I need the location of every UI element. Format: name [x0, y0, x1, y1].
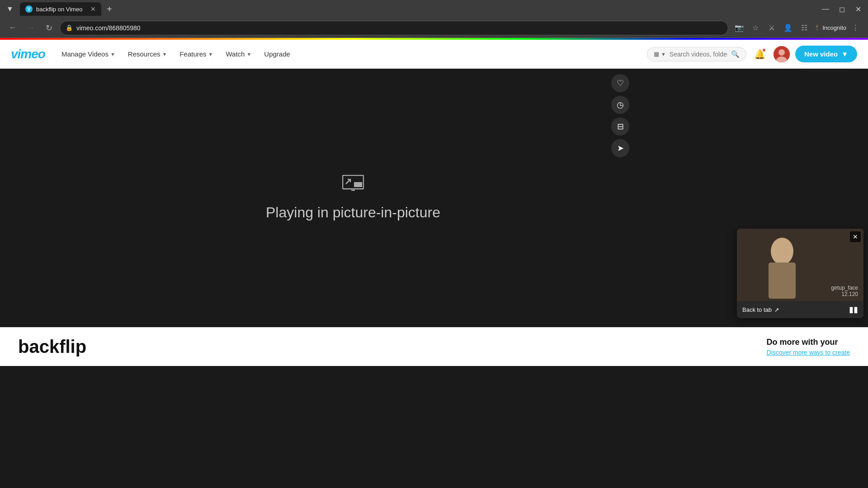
nav-watch[interactable]: Watch ▼: [220, 47, 257, 61]
svg-point-7: [771, 238, 793, 265]
search-type-icon: ▦: [654, 51, 659, 57]
nav-features[interactable]: Features ▼: [174, 47, 218, 61]
external-link-icon: ➚: [774, 306, 779, 313]
profile-btn[interactable]: 👤: [781, 21, 795, 35]
like-btn[interactable]: ♡: [611, 74, 629, 92]
incognito-icon: 🕴: [813, 24, 821, 31]
left-panel: [0, 69, 99, 327]
active-tab[interactable]: V backflip on Vimeo ✕: [20, 2, 101, 16]
screenshare-icon[interactable]: 📷: [732, 21, 746, 35]
collections-btn[interactable]: ⊟: [611, 117, 629, 136]
vimeo-header: vimeo Manage Videos ▼ Resources ▼ Featur…: [0, 40, 868, 69]
bottom-bar: backflip Do more with your Discover more…: [0, 327, 868, 366]
features-chevron: ▼: [208, 52, 213, 57]
extensions-btn[interactable]: ⚔: [764, 21, 779, 35]
incognito-label[interactable]: 🕴 Incognito: [813, 24, 846, 31]
pip-close-icon: ✕: [853, 233, 858, 240]
bookmark-btn[interactable]: ☆: [748, 21, 763, 35]
tab-favicon: V: [25, 5, 33, 13]
avatar[interactable]: [774, 46, 790, 62]
pip-overlay-close-btn[interactable]: ✕: [850, 231, 861, 242]
address-bar-row: ← → ↻ 🔒 vimeo.com/868805980 📷 ☆ ⚔ 👤 ☷ 🕴 …: [0, 18, 868, 38]
notification-dot: [762, 48, 766, 52]
send-icon: ➤: [617, 143, 624, 153]
vimeo-logo[interactable]: vimeo: [11, 47, 45, 61]
heart-icon: ♡: [617, 78, 624, 88]
resources-chevron: ▼: [162, 52, 167, 57]
share-btn[interactable]: ➤: [611, 139, 629, 157]
tab-bar: V backflip on Vimeo ✕ +: [20, 0, 816, 18]
reload-btn[interactable]: ↻: [42, 21, 56, 35]
watch-chevron: ▼: [246, 52, 251, 57]
nav-manage-videos[interactable]: Manage Videos ▼: [56, 47, 121, 61]
do-more-title: Do more with your: [767, 338, 850, 347]
watch-later-btn[interactable]: ◷: [611, 96, 629, 114]
video-area: Playing in picture-in-picture: [99, 69, 608, 327]
pip-overlay-content: getup_face 12.120: [737, 229, 863, 301]
pause-icon: ▮▮: [849, 305, 858, 314]
back-to-tab-btn[interactable]: Back to tab ➚: [742, 306, 779, 313]
sidebar-toggle-btn[interactable]: ☷: [797, 21, 811, 35]
search-input[interactable]: [670, 51, 727, 58]
pip-overlay-bottom: Back to tab ➚ ▮▮: [737, 301, 863, 318]
do-more-link[interactable]: Discover more ways to create: [767, 349, 850, 356]
maximize-btn[interactable]: ◻: [835, 3, 848, 15]
tab-dropdown-btn[interactable]: ▼: [4, 3, 16, 15]
right-sidebar: ♡ ◷ ⊟ ➤: [608, 69, 633, 327]
more-btn[interactable]: ⋮: [848, 21, 863, 35]
new-tab-btn[interactable]: +: [103, 2, 116, 16]
back-to-tab-text: Back to tab: [742, 306, 772, 313]
header-right: ▦ ▼ 🔍 🔔 New: [647, 46, 857, 62]
pip-overlay: ✕ getup_face 12.120: [737, 229, 863, 318]
search-type-chevron: ▼: [661, 52, 666, 57]
minimize-btn[interactable]: —: [819, 3, 832, 15]
layers-icon: ⊟: [617, 122, 624, 131]
svg-rect-4: [354, 182, 362, 187]
svg-point-1: [778, 49, 785, 56]
tab-close-btn[interactable]: ✕: [90, 5, 96, 13]
search-box[interactable]: ▦ ▼ 🔍: [647, 47, 746, 61]
close-btn[interactable]: ✕: [852, 3, 864, 15]
notifications-btn[interactable]: 🔔: [752, 46, 768, 62]
forward-btn[interactable]: →: [24, 21, 38, 35]
incognito-text: Incognito: [822, 24, 846, 31]
manage-videos-chevron: ▼: [110, 52, 115, 57]
nav-resources[interactable]: Resources ▼: [123, 47, 173, 61]
browser-actions: 📷 ☆ ⚔ 👤 ☷ 🕴 Incognito ⋮: [732, 21, 863, 35]
address-bar[interactable]: 🔒 vimeo.com/868805980: [60, 21, 728, 35]
tab-title: backflip on Vimeo: [36, 6, 82, 13]
pip-message: Playing in picture-in-picture: [266, 175, 440, 221]
do-more-section: Do more with your Discover more ways to …: [767, 338, 850, 356]
search-submit-btn[interactable]: 🔍: [731, 50, 740, 58]
nav-upgrade[interactable]: Upgrade: [259, 47, 296, 61]
pip-mode-icon: [342, 175, 364, 195]
clock-icon: ◷: [617, 100, 624, 110]
browser-window: ▼ V backflip on Vimeo ✕ + — ◻ ✕ ← → ↻ 🔒 …: [0, 0, 868, 366]
new-video-btn[interactable]: New video ▼: [795, 46, 857, 62]
lock-icon: 🔒: [66, 24, 73, 31]
pip-video-name: getup_face 12.120: [831, 285, 858, 297]
svg-rect-8: [769, 263, 796, 299]
search-type-selector[interactable]: ▦ ▼: [654, 51, 666, 57]
back-btn[interactable]: ←: [5, 21, 20, 35]
main-nav: Manage Videos ▼ Resources ▼ Features ▼ W…: [56, 47, 296, 61]
url-text: vimeo.com/868805980: [76, 24, 141, 32]
new-video-chevron: ▼: [841, 50, 848, 58]
browser-titlebar: ▼ V backflip on Vimeo ✕ + — ◻ ✕: [0, 0, 868, 18]
pip-text: Playing in picture-in-picture: [266, 204, 440, 221]
video-title: backflip: [18, 337, 86, 357]
new-video-label: New video: [804, 50, 838, 58]
pip-pause-btn[interactable]: ▮▮: [849, 305, 858, 314]
main-content: Playing in picture-in-picture ♡ ◷ ⊟ ➤ ✕: [0, 69, 868, 327]
